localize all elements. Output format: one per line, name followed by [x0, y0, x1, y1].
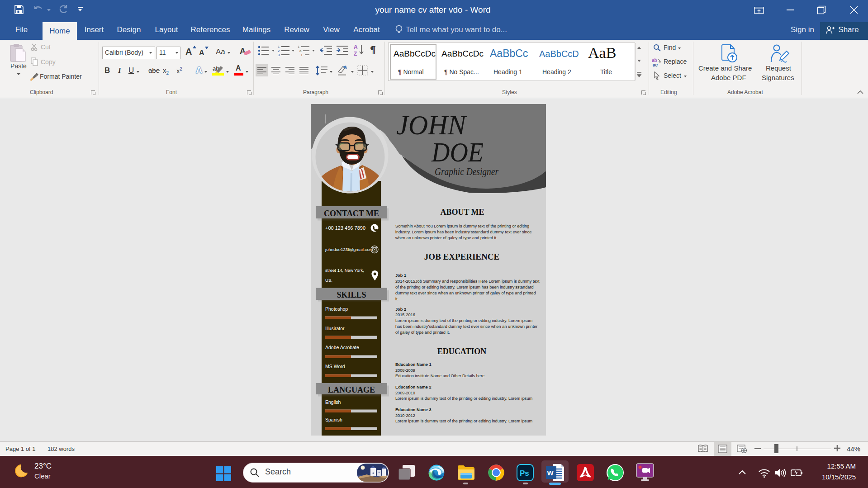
- svg-text:JOHN: JOHN: [396, 110, 467, 140]
- svg-text:3: 3: [278, 53, 280, 57]
- svg-text:Graphic Designer: Graphic Designer: [435, 166, 499, 177]
- svg-text:2008-2009: 2008-2009: [395, 368, 415, 373]
- svg-text:a: a: [299, 49, 302, 53]
- svg-text:LANGUAGE: LANGUAGE: [328, 385, 375, 394]
- svg-text:SKILLS: SKILLS: [337, 290, 366, 299]
- svg-text:Education Name 1: Education Name 1: [395, 362, 432, 367]
- svg-text:US.: US.: [325, 278, 332, 283]
- svg-text:2014-2015Job Summary and respo: 2014-2015Job Summary and responsibilitie…: [395, 279, 540, 284]
- svg-text:of galey of type and printed i: of galey of type and printed it.: [395, 330, 450, 335]
- svg-text:Education Name 2: Education Name 2: [395, 385, 432, 389]
- svg-text:2010-2012: 2010-2012: [395, 413, 415, 418]
- svg-text:Spanish: Spanish: [325, 417, 342, 422]
- svg-text:1: 1: [278, 45, 280, 49]
- svg-text:Job 2: Job 2: [395, 307, 406, 312]
- svg-text:of the printing or editing ind: of the printing or editing industry. Lor…: [395, 285, 534, 289]
- svg-text:1: 1: [298, 45, 300, 49]
- svg-text:MS Word: MS Word: [325, 364, 345, 369]
- svg-text:Z: Z: [354, 51, 357, 57]
- svg-text:Job 1: Job 1: [395, 273, 406, 278]
- svg-text:English: English: [325, 399, 341, 405]
- svg-text:Lorem ipsum is dummy text of t: Lorem ipsum is dummy text of the printin…: [395, 419, 532, 423]
- svg-text:Somethin About You Lorem ipsum: Somethin About You Lorem ipsum is dummy …: [395, 224, 529, 228]
- svg-text:street 14, New York,: street 14, New York,: [325, 268, 364, 273]
- svg-text:Lorem ipsum is dummy text of t: Lorem ipsum is dummy text of the printin…: [395, 318, 532, 323]
- svg-text:Ps: Ps: [520, 469, 529, 478]
- svg-text:DOE: DOE: [431, 137, 484, 167]
- svg-text:Lorem ipsum is dummy text of t: Lorem ipsum is dummy text of the printin…: [395, 396, 532, 401]
- svg-text:2015-2016: 2015-2016: [395, 313, 415, 317]
- svg-text:it.: it.: [395, 297, 398, 301]
- svg-text:Photoshop: Photoshop: [325, 306, 348, 312]
- svg-text:W: W: [547, 469, 554, 477]
- svg-text:Education Name 3: Education Name 3: [395, 407, 432, 412]
- svg-text:johndoe123l@gmail.com: johndoe123l@gmail.com: [325, 247, 373, 252]
- svg-text:2: 2: [278, 49, 280, 53]
- svg-text:EDUCATION: EDUCATION: [437, 347, 487, 356]
- svg-text:+00 123 456 7890: +00 123 456 7890: [325, 225, 365, 231]
- svg-text:2009-2010: 2009-2010: [395, 391, 415, 395]
- svg-text:Illusirator: Illusirator: [325, 326, 345, 331]
- svg-text:CONTACT ME: CONTACT ME: [324, 209, 379, 218]
- svg-text:industry. Lorem ipsum has been: industry. Lorem ipsum has been industry’…: [395, 230, 531, 234]
- svg-text:JOB EXPERIENCE: JOB EXPERIENCE: [424, 252, 499, 261]
- svg-text:i: i: [301, 53, 302, 57]
- svg-text:A: A: [354, 44, 358, 50]
- svg-text:Adobe Acrobate: Adobe Acrobate: [325, 345, 359, 350]
- svg-text:Education institute Name and O: Education institute Name and Other Detai…: [395, 374, 486, 378]
- svg-text:when an unknown printer of gal: when an unknown printer of galey of type…: [395, 236, 498, 240]
- svg-text:ac: ac: [653, 62, 658, 67]
- svg-text:dummy text ever since when an: dummy text ever since when an unknown pr…: [395, 291, 536, 295]
- svg-text:ABOUT ME: ABOUT ME: [440, 208, 484, 217]
- svg-text:has been industry’sstandard du: has been industry’sstandard dummy text e…: [395, 324, 537, 329]
